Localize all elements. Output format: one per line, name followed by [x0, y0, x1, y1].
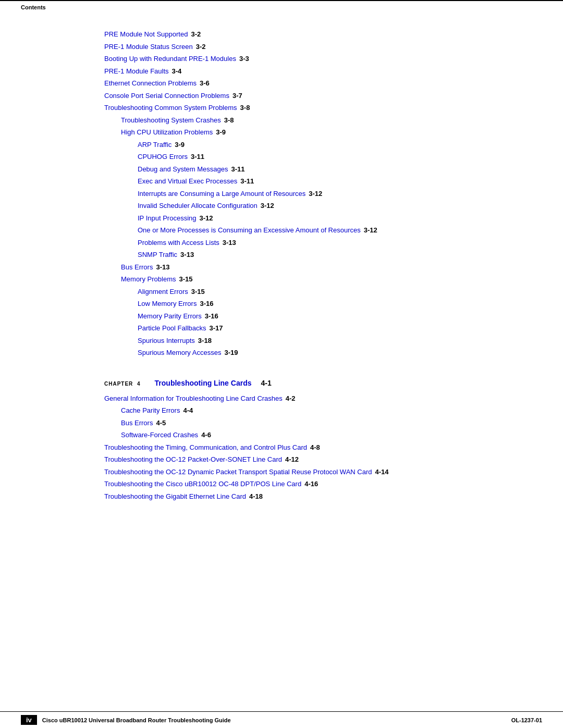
- toc-num: 4-12: [285, 454, 299, 465]
- toc-num: 4-6: [201, 430, 211, 440]
- toc-link[interactable]: Invalid Scheduler Allocate Configuration: [138, 201, 258, 211]
- chapter4-header: CHAPTER 4 Troubleshooting Line Cards 4-1: [104, 379, 459, 387]
- toc-link[interactable]: Software-Forced Crashes: [121, 430, 198, 440]
- toc-num: 3-15: [191, 287, 205, 297]
- toc-entry: Troubleshooting the Timing, Communicatio…: [104, 442, 459, 453]
- toc-num: 4-18: [249, 491, 263, 502]
- toc-entry: Booting Up with Redundant PRE-1 Modules3…: [104, 54, 459, 64]
- toc-num: 3-13: [156, 262, 169, 273]
- toc-entry: Software-Forced Crashes4-6: [121, 430, 459, 440]
- toc-link[interactable]: CPUHOG Errors: [138, 152, 188, 162]
- toc-link[interactable]: Troubleshooting the OC-12 Packet-Over-SO…: [104, 454, 282, 465]
- chapter4-section: CHAPTER 4 Troubleshooting Line Cards 4-1…: [104, 379, 459, 502]
- toc-link[interactable]: Troubleshooting the OC-12 Dynamic Packet…: [104, 467, 372, 477]
- toc-link[interactable]: Bus Errors: [121, 262, 153, 273]
- toc-link[interactable]: Memory Problems: [121, 274, 176, 285]
- toc-link[interactable]: Ethernet Connection Problems: [104, 78, 197, 89]
- toc-link[interactable]: PRE-1 Module Status Screen: [104, 42, 193, 52]
- toc-num: 3-9: [175, 140, 185, 150]
- toc-entry: Alignment Errors3-15: [138, 287, 459, 297]
- toc-entry: Ethernet Connection Problems3-6: [104, 78, 459, 89]
- toc-entry: Troubleshooting Common System Problems3-…: [104, 103, 459, 113]
- chapter4-title-link[interactable]: Troubleshooting Line Cards: [155, 379, 252, 387]
- toc-entry: Bus Errors3-13: [121, 262, 459, 273]
- toc-entry: Exec and Virtual Exec Processes3-11: [138, 176, 459, 187]
- toc-num: 3-19: [224, 348, 238, 358]
- toc-num: 3-16: [205, 311, 218, 322]
- toc-num: 3-11: [240, 176, 254, 187]
- toc-link[interactable]: Spurious Interrupts: [138, 336, 195, 346]
- toc-link[interactable]: Troubleshooting the Cisco uBR10012 OC-48…: [104, 479, 301, 489]
- toc-num: 3-13: [180, 250, 194, 260]
- toc-entry: Troubleshooting the OC-12 Dynamic Packet…: [104, 467, 459, 477]
- toc-entry: General Information for Troubleshooting …: [104, 393, 459, 404]
- toc-num: 3-3: [239, 54, 249, 64]
- toc-num: 3-12: [309, 189, 322, 199]
- toc-link[interactable]: Spurious Memory Accesses: [138, 348, 221, 358]
- toc-link[interactable]: Troubleshooting the Timing, Communicatio…: [104, 442, 307, 453]
- toc-link[interactable]: High CPU Utilization Problems: [121, 127, 213, 138]
- toc-entry: Spurious Memory Accesses3-19: [138, 348, 459, 358]
- toc-link[interactable]: Memory Parity Errors: [138, 311, 202, 322]
- toc-link[interactable]: One or More Processes is Consuming an Ex…: [138, 225, 361, 236]
- footer-doc-title: Cisco uBR10012 Universal Broadband Route…: [42, 717, 231, 723]
- toc-link[interactable]: PRE Module Not Supported: [104, 29, 188, 40]
- toc-link[interactable]: Debug and System Messages: [138, 164, 228, 175]
- toc-link[interactable]: SNMP Traffic: [138, 250, 177, 260]
- toc-entry: One or More Processes is Consuming an Ex…: [138, 225, 459, 236]
- toc-num: 3-8: [240, 103, 250, 113]
- toc-entry: Particle Pool Fallbacks3-17: [138, 323, 459, 334]
- toc-link[interactable]: Exec and Virtual Exec Processes: [138, 176, 237, 187]
- toc-entry: Debug and System Messages3-11: [138, 164, 459, 175]
- toc-entry: Troubleshooting the Cisco uBR10012 OC-48…: [104, 479, 459, 489]
- toc-num: 3-11: [231, 164, 244, 175]
- toc-link[interactable]: Troubleshooting the Gigabit Ethernet Lin…: [104, 491, 246, 502]
- toc-link[interactable]: Console Port Serial Connection Problems: [104, 91, 229, 101]
- toc-num: 3-17: [210, 323, 223, 334]
- toc-entry: PRE Module Not Supported3-2: [104, 29, 459, 40]
- chapter4-label: CHAPTER 4: [104, 381, 149, 387]
- toc-entry: Problems with Access Lists3-13: [138, 238, 459, 248]
- top-bar-label: Contents: [21, 4, 46, 10]
- toc-link[interactable]: General Information for Troubleshooting …: [104, 393, 283, 404]
- toc-entry: Memory Problems3-15: [121, 274, 459, 285]
- toc-link[interactable]: Bus Errors: [121, 418, 153, 428]
- toc-num: 3-2: [191, 29, 201, 40]
- toc-link[interactable]: Problems with Access Lists: [138, 238, 219, 248]
- toc-link[interactable]: Particle Pool Fallbacks: [138, 323, 206, 334]
- toc-link[interactable]: Low Memory Errors: [138, 299, 197, 309]
- toc-entry: Invalid Scheduler Allocate Configuration…: [138, 201, 459, 211]
- bottom-left: iv Cisco uBR10012 Universal Broadband Ro…: [21, 715, 231, 725]
- toc-link[interactable]: Booting Up with Redundant PRE-1 Modules: [104, 54, 236, 64]
- toc-link[interactable]: PRE-1 Module Faults: [104, 66, 169, 77]
- toc-num: 3-12: [364, 225, 377, 236]
- top-bar: Contents: [0, 0, 563, 14]
- footer-doc-num: OL-1237-01: [511, 717, 542, 723]
- toc-entry: Interrupts are Consuming a Large Amount …: [138, 189, 459, 199]
- toc-num: 3-6: [200, 78, 210, 89]
- toc-num: 3-4: [172, 66, 182, 77]
- page-number-box: iv: [21, 715, 37, 725]
- toc-entry: Troubleshooting System Crashes3-8: [121, 115, 459, 126]
- toc-num: 3-18: [198, 336, 212, 346]
- toc-entry: PRE-1 Module Status Screen3-2: [104, 42, 459, 52]
- toc-link[interactable]: Interrupts are Consuming a Large Amount …: [138, 189, 305, 199]
- toc-entry: CPUHOG Errors3-11: [138, 152, 459, 162]
- toc-num: 3-2: [196, 42, 206, 52]
- toc-num: 4-8: [310, 442, 320, 453]
- toc-link[interactable]: Troubleshooting Common System Problems: [104, 103, 237, 113]
- toc-num: 3-12: [261, 201, 274, 211]
- toc-num: 4-16: [304, 479, 318, 489]
- toc-link[interactable]: Troubleshooting System Crashes: [121, 115, 221, 126]
- toc-link[interactable]: Cache Parity Errors: [121, 405, 180, 416]
- bottom-bar: iv Cisco uBR10012 Universal Broadband Ro…: [0, 711, 563, 728]
- toc-entry: PRE-1 Module Faults3-4: [104, 66, 459, 77]
- toc-entry: Spurious Interrupts3-18: [138, 336, 459, 346]
- toc-link[interactable]: Alignment Errors: [138, 287, 188, 297]
- toc-link[interactable]: IP Input Processing: [138, 213, 197, 224]
- toc-link[interactable]: ARP Traffic: [138, 140, 172, 150]
- chapter4-toc-list: General Information for Troubleshooting …: [104, 393, 459, 502]
- toc-num: 4-5: [156, 418, 166, 428]
- toc-list: PRE Module Not Supported3-2PRE-1 Module …: [104, 29, 459, 358]
- toc-num: 3-11: [191, 152, 204, 162]
